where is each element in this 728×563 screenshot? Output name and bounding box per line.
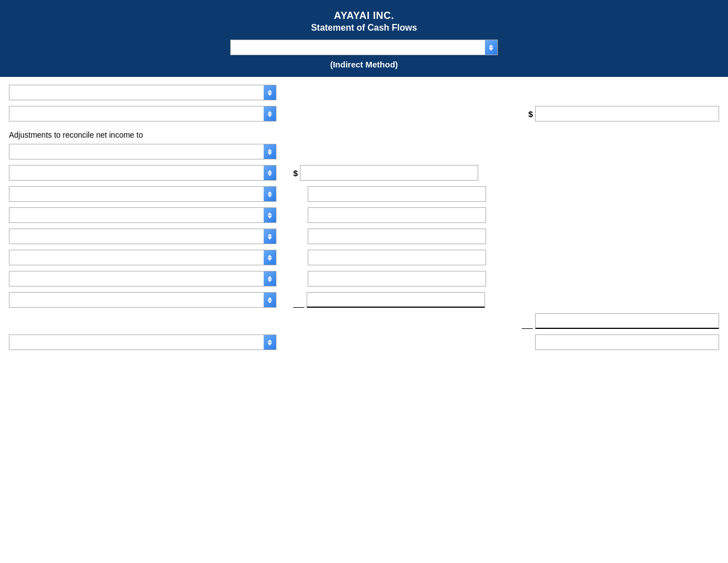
selector-1-spinner[interactable] <box>264 85 276 100</box>
selector-6-input[interactable] <box>9 208 264 222</box>
mid-group-9 <box>293 271 486 287</box>
mid-group-6 <box>293 207 486 223</box>
row-8 <box>9 250 719 265</box>
period-spinner-select[interactable] <box>230 40 498 55</box>
selector-8-spinner[interactable] <box>264 250 276 265</box>
mid-group-8 <box>293 250 486 265</box>
row-6 <box>9 207 719 223</box>
selector-4[interactable] <box>9 165 276 181</box>
row-7 <box>9 229 719 244</box>
selector-4-spinner[interactable] <box>264 166 276 180</box>
selector-5[interactable] <box>9 186 276 202</box>
mid-group-10 <box>293 292 485 308</box>
selector-9-spinner[interactable] <box>264 271 276 286</box>
selector-4-input[interactable] <box>9 166 264 180</box>
mid-input-10[interactable] <box>307 292 485 308</box>
selector-2-spinner[interactable] <box>264 106 276 121</box>
mid-input-7[interactable] <box>308 229 486 244</box>
page-header: AYAYAI INC. Statement of Cash Flows (Ind… <box>0 0 728 77</box>
selector-10-spinner[interactable] <box>264 293 276 307</box>
selector-1-input[interactable] <box>9 85 264 100</box>
selector-8[interactable] <box>9 250 276 265</box>
right-dollar-group-2: $ <box>528 106 719 122</box>
selector-6[interactable] <box>9 207 276 223</box>
bottom-right-group-1 <box>522 313 719 329</box>
selector-bottom-spinner[interactable] <box>264 335 276 350</box>
period-spinner-button[interactable] <box>485 40 497 55</box>
row-1 <box>9 85 719 100</box>
selector-5-input[interactable] <box>9 187 264 201</box>
selector-bottom[interactable] <box>9 334 276 350</box>
bottom-right-input-1[interactable] <box>535 313 719 329</box>
period-input[interactable] <box>231 40 485 55</box>
selector-2[interactable] <box>9 106 276 122</box>
mid-input-8[interactable] <box>308 250 486 265</box>
selector-3-input[interactable] <box>9 144 264 159</box>
selector-bottom-input[interactable] <box>9 335 264 350</box>
bottom-right-input-2[interactable] <box>535 334 719 350</box>
selector-8-input[interactable] <box>9 250 264 265</box>
dollar-sign-2: $ <box>528 109 533 119</box>
row-2: $ <box>9 106 719 122</box>
row-4: $ <box>9 165 719 181</box>
row-3 <box>9 144 719 159</box>
main-content: $ Adjustments to reconcile net income to… <box>0 77 728 363</box>
selector-5-spinner[interactable] <box>264 187 276 201</box>
selector-10[interactable] <box>9 292 276 308</box>
row-5 <box>9 186 719 202</box>
row-9 <box>9 271 719 287</box>
mid-group-5 <box>293 186 486 202</box>
bottom-row-2 <box>9 334 719 350</box>
selector-9[interactable] <box>9 271 276 287</box>
mid-input-4[interactable] <box>300 165 478 181</box>
mid-dollar-sign-4: $ <box>293 168 298 178</box>
mid-group-7 <box>293 229 486 244</box>
row-10 <box>9 292 719 308</box>
mid-input-5[interactable] <box>308 186 486 202</box>
mid-dollar-group-4: $ <box>293 165 478 181</box>
selector-1[interactable] <box>9 85 276 100</box>
period-selector-row <box>6 40 722 55</box>
selector-7-input[interactable] <box>9 229 264 244</box>
bottom-right-group-2 <box>535 334 719 350</box>
right-input-2[interactable] <box>535 106 719 122</box>
selector-10-input[interactable] <box>9 293 264 307</box>
selector-2-input[interactable] <box>9 106 264 121</box>
selector-7[interactable] <box>9 229 276 244</box>
selector-9-input[interactable] <box>9 271 264 286</box>
mid-input-9[interactable] <box>308 271 486 287</box>
selector-3[interactable] <box>9 144 276 159</box>
bottom-row-1 <box>9 313 719 329</box>
selector-3-spinner[interactable] <box>264 144 276 159</box>
adjustments-label: Adjustments to reconcile net income to <box>9 127 719 144</box>
selector-6-spinner[interactable] <box>264 208 276 222</box>
company-name: AYAYAI INC. <box>6 10 722 22</box>
mid-input-6[interactable] <box>308 207 486 223</box>
selector-7-spinner[interactable] <box>264 229 276 244</box>
method-label: (Indirect Method) <box>6 60 722 69</box>
report-title: Statement of Cash Flows <box>6 23 722 33</box>
